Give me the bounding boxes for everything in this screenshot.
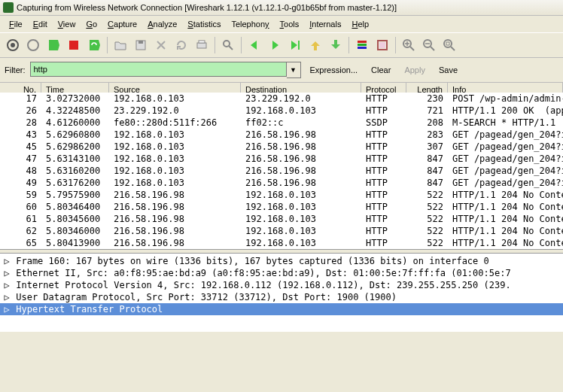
- cell-length: 522: [406, 201, 448, 213]
- options-button[interactable]: [23, 35, 43, 55]
- menu-tools[interactable]: Tools: [275, 18, 304, 30]
- table-row[interactable]: 485.63160200192.168.0.103216.58.196.98HT…: [0, 165, 563, 177]
- apply-button[interactable]: Apply: [400, 64, 430, 76]
- cell-source: 192.168.0.103: [109, 177, 241, 189]
- menu-go[interactable]: Go: [81, 18, 102, 30]
- table-row[interactable]: 475.63143100192.168.0.103216.58.196.98HT…: [0, 153, 563, 165]
- go-last-button[interactable]: [326, 35, 345, 55]
- colorize-button[interactable]: [352, 35, 372, 55]
- table-row[interactable]: 655.80413900216.58.196.98192.168.0.103HT…: [0, 237, 563, 249]
- menu-view[interactable]: View: [53, 18, 81, 30]
- save-filter-button[interactable]: Save: [434, 64, 462, 76]
- detail-line[interactable]: ▷ User Datagram Protocol, Src Port: 3371…: [0, 291, 563, 303]
- expand-icon[interactable]: ▷: [3, 255, 11, 267]
- find-button[interactable]: [218, 35, 238, 55]
- cell-destination: 23.229.192.0: [241, 93, 361, 105]
- cell-no: 59: [0, 189, 41, 201]
- svg-point-2: [28, 40, 38, 50]
- stop-capture-button[interactable]: [64, 35, 84, 55]
- start-capture-button[interactable]: [44, 35, 63, 55]
- cell-no: 49: [0, 177, 41, 189]
- cell-length: 847: [406, 153, 448, 165]
- cell-destination: 216.58.196.98: [241, 129, 361, 141]
- cell-destination: 192.168.0.103: [241, 105, 361, 117]
- svg-rect-6: [197, 43, 206, 48]
- toolbar-separator: [215, 37, 215, 53]
- table-row[interactable]: 284.61260000fe80::280d:511f:266ff02::cSS…: [0, 117, 563, 129]
- cell-no: 45: [0, 141, 41, 153]
- cell-time: 5.80346400: [41, 201, 109, 213]
- cell-source: 192.168.0.103: [109, 93, 241, 105]
- expand-icon[interactable]: ▷: [3, 279, 11, 291]
- table-row[interactable]: 264.3224850023.229.192.0192.168.0.103HTT…: [0, 105, 563, 117]
- menu-analyze[interactable]: Analyze: [143, 18, 181, 30]
- detail-line[interactable]: ▷ Ethernet II, Src: a0:f8:95:ae:bd:a9 (a…: [0, 267, 563, 279]
- cell-protocol: HTTP: [361, 141, 406, 153]
- detail-line[interactable]: ▷ Hypertext Transfer Protocol: [0, 303, 563, 315]
- cell-destination: ff02::c: [241, 117, 361, 129]
- go-to-button[interactable]: [285, 35, 305, 55]
- table-row[interactable]: 495.63176200192.168.0.103216.58.196.98HT…: [0, 177, 563, 189]
- filter-input[interactable]: [30, 62, 287, 77]
- clear-button[interactable]: Clear: [367, 64, 395, 76]
- packet-list[interactable]: 173.02732000192.168.0.10323.229.192.0HTT…: [0, 93, 563, 249]
- expression-button[interactable]: Expression...: [306, 64, 363, 76]
- filter-dropdown-button[interactable]: ▼: [287, 62, 301, 78]
- menu-internals[interactable]: Internals: [305, 18, 345, 30]
- print-button[interactable]: [192, 35, 212, 55]
- cell-info: HTTP/1.1 204 No Content: [448, 201, 563, 213]
- table-row[interactable]: 605.80346400216.58.196.98192.168.0.103HT…: [0, 201, 563, 213]
- cell-destination: 216.58.196.98: [241, 153, 361, 165]
- menu-telephony[interactable]: Telephony: [227, 18, 273, 30]
- table-row[interactable]: 435.62960800192.168.0.103216.58.196.98HT…: [0, 129, 563, 141]
- restart-capture-button[interactable]: [84, 35, 104, 55]
- cell-destination: 216.58.196.98: [241, 177, 361, 189]
- go-first-button[interactable]: [306, 35, 325, 55]
- cell-info: HTTP/1.1 204 No Content: [448, 213, 563, 225]
- expand-icon[interactable]: ▷: [3, 267, 11, 279]
- cell-source: 216.58.196.98: [109, 225, 241, 237]
- table-row[interactable]: 625.80346000216.58.196.98192.168.0.103HT…: [0, 225, 563, 237]
- table-row[interactable]: 615.80345600216.58.196.98192.168.0.103HT…: [0, 213, 563, 225]
- table-row[interactable]: 595.79575900216.58.196.98192.168.0.103HT…: [0, 189, 563, 201]
- app-icon: [3, 2, 14, 13]
- expand-icon[interactable]: ▷: [3, 291, 11, 303]
- zoom-fit-button[interactable]: [440, 35, 459, 55]
- cell-length: 522: [406, 213, 448, 225]
- svg-rect-9: [298, 41, 300, 50]
- cell-destination: 216.58.196.98: [241, 165, 361, 177]
- cell-no: 65: [0, 237, 41, 249]
- open-button[interactable]: [111, 35, 130, 55]
- cell-info: M-SEARCH * HTTP/1.1: [448, 117, 563, 129]
- cell-source: 192.168.0.103: [109, 165, 241, 177]
- table-row[interactable]: 455.62986200192.168.0.103216.58.196.98HT…: [0, 141, 563, 153]
- table-row[interactable]: 173.02732000192.168.0.10323.229.192.0HTT…: [0, 93, 563, 105]
- interfaces-button[interactable]: [3, 35, 23, 55]
- cell-time: 5.63176200: [41, 177, 109, 189]
- svg-rect-10: [358, 41, 367, 43]
- expand-icon[interactable]: ▷: [3, 303, 11, 315]
- cell-protocol: HTTP: [361, 93, 406, 105]
- go-back-button[interactable]: [245, 35, 264, 55]
- filter-label: Filter:: [5, 65, 26, 74]
- save-button[interactable]: [131, 35, 151, 55]
- zoom-out-button[interactable]: [419, 35, 439, 55]
- detail-line[interactable]: ▷ Internet Protocol Version 4, Src: 192.…: [0, 279, 563, 291]
- menu-statistics[interactable]: Statistics: [183, 18, 225, 30]
- cell-time: 5.63143100: [41, 153, 109, 165]
- svg-point-1: [11, 43, 15, 47]
- cell-length: 721: [406, 105, 448, 117]
- menu-file[interactable]: File: [5, 18, 27, 30]
- close-button[interactable]: [151, 35, 171, 55]
- menu-capture[interactable]: Capture: [103, 18, 142, 30]
- menu-help[interactable]: Help: [347, 18, 373, 30]
- packet-details[interactable]: ▷ Frame 160: 167 bytes on wire (1336 bit…: [0, 254, 563, 332]
- reload-button[interactable]: [172, 35, 191, 55]
- cell-protocol: HTTP: [361, 225, 406, 237]
- auto-scroll-button[interactable]: [373, 35, 392, 55]
- detail-line[interactable]: ▷ Frame 160: 167 bytes on wire (1336 bit…: [0, 255, 563, 267]
- cell-destination: 192.168.0.103: [241, 201, 361, 213]
- zoom-in-button[interactable]: [399, 35, 418, 55]
- menu-edit[interactable]: Edit: [29, 18, 52, 30]
- go-forward-button[interactable]: [265, 35, 285, 55]
